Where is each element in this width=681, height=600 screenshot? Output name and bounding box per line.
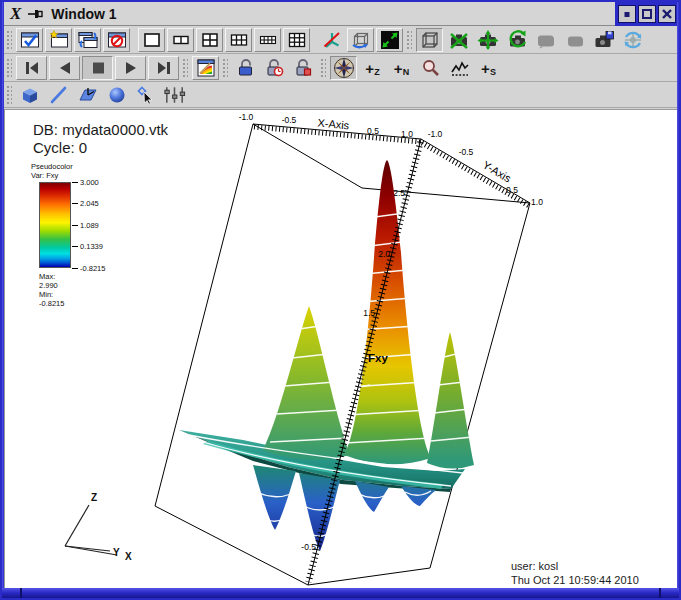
new-window-button[interactable]	[45, 28, 72, 52]
pseudocolor-plot[interactable]: -1.0 -0.5 0.5 1.0 X-Axis -1.0 -0.5 0.5 1…	[5, 110, 679, 590]
pick-zone-button[interactable]: +Z	[359, 56, 386, 80]
pick-spreadsheet-button[interactable]: +S	[475, 56, 502, 80]
layout-3x3-button[interactable]	[283, 28, 310, 52]
legend-tick: 0.1339	[80, 242, 103, 251]
navigate-3d-button[interactable]	[347, 28, 374, 52]
node-sub-label: N	[403, 68, 410, 77]
svg-text:1.5: 1.5	[363, 308, 375, 318]
legend-max: Max: 2.990	[39, 272, 73, 290]
y-axis-title: Y-Axis	[481, 159, 514, 185]
toolbar-grip[interactable]	[5, 84, 12, 106]
lock-view-button[interactable]	[232, 56, 259, 80]
plus-glyph: +	[481, 61, 490, 76]
camera-disabled-1	[532, 28, 559, 52]
layout-2x2-button[interactable]	[196, 28, 223, 52]
surface-plot	[179, 160, 474, 551]
recenter-view-button[interactable]	[619, 28, 646, 52]
toolbar-grip[interactable]	[5, 57, 12, 79]
plus-glyph: +	[394, 61, 403, 76]
render-viewport[interactable]: -1.0 -0.5 0.5 1.0 X-Axis -1.0 -0.5 0.5 1…	[4, 109, 679, 590]
plane-tool-button[interactable]	[74, 83, 101, 107]
svg-text:1.0: 1.0	[401, 129, 413, 139]
svg-text:-0.5: -0.5	[459, 147, 474, 157]
layout-1x2-button[interactable]	[167, 28, 194, 52]
close-button[interactable]	[658, 5, 676, 23]
right-resize-border[interactable]	[677, 2, 679, 588]
bottom-resize-border[interactable]	[2, 588, 679, 598]
legend-tick: 3.000	[80, 178, 99, 187]
stop-button[interactable]	[82, 56, 113, 80]
legend-variable: Var: Fxy	[31, 171, 73, 180]
x11-logo-icon: X	[10, 5, 21, 22]
delete-window-button[interactable]	[103, 28, 130, 52]
orientation-triad	[65, 505, 117, 555]
camera-reset-view-button[interactable]	[503, 28, 530, 52]
titlebar[interactable]: X Window 1	[2, 2, 679, 26]
next-step-button[interactable]	[148, 56, 179, 80]
toolbar-grip[interactable]	[405, 29, 412, 51]
svg-text:1.0: 1.0	[531, 197, 543, 207]
toolbar-grip[interactable]	[181, 57, 188, 79]
svg-text:Z: Z	[91, 492, 97, 503]
maximize-button[interactable]	[638, 5, 656, 23]
lineout-tool-button[interactable]	[446, 56, 473, 80]
svg-text:2.5: 2.5	[393, 188, 405, 198]
pick-node-button[interactable]: +N	[388, 56, 415, 80]
delete-plots-button[interactable]	[318, 28, 345, 52]
layout-2x4-button[interactable]	[254, 28, 281, 52]
camera-pan-view-button[interactable]	[474, 28, 501, 52]
svg-text:-1.0: -1.0	[428, 129, 443, 139]
wireframe-box-button[interactable]	[416, 28, 443, 52]
camera-save-view-button[interactable]	[590, 28, 617, 52]
camera-clear-view-button[interactable]	[445, 28, 472, 52]
play-forward-button[interactable]	[115, 56, 146, 80]
bounding-box	[155, 124, 530, 585]
open-gui-button[interactable]	[192, 56, 219, 80]
spreadsheet-sub-label: S	[490, 68, 496, 77]
extents-tool-button[interactable]	[161, 83, 188, 107]
lock-time-button[interactable]	[261, 56, 288, 80]
plus-glyph: +	[365, 61, 374, 76]
box-tool-button[interactable]	[16, 83, 43, 107]
legend-min: Min: -0.8215	[39, 290, 73, 308]
svg-text:-0.5: -0.5	[282, 115, 297, 125]
zoom-rubberband-button[interactable]	[376, 28, 403, 52]
database-annotation: DB: mydata0000.vtk Cycle: 0	[33, 121, 168, 157]
sphere-tool-button[interactable]	[103, 83, 130, 107]
prev-step-button[interactable]	[16, 56, 47, 80]
navigate-mode-button[interactable]	[330, 56, 357, 80]
user-label: user: kosl	[511, 559, 639, 573]
point-tool-button[interactable]	[132, 83, 159, 107]
toolbar-grip[interactable]	[221, 57, 228, 79]
svg-text:Y: Y	[113, 547, 120, 558]
svg-text:0.5: 0.5	[367, 126, 379, 136]
play-reverse-button[interactable]	[49, 56, 80, 80]
left-resize-border[interactable]	[2, 2, 4, 588]
layout-1x1-button[interactable]	[138, 28, 165, 52]
pushpin-icon[interactable]	[27, 7, 43, 21]
colorbar	[39, 182, 71, 268]
zone-sub-label: Z	[374, 68, 380, 77]
z-axis-title: Fxy	[368, 352, 388, 364]
zoom-tool-button[interactable]	[417, 56, 444, 80]
line-tool-button[interactable]	[45, 83, 72, 107]
active-window-button[interactable]	[16, 28, 43, 52]
camera-disabled-2	[561, 28, 588, 52]
svg-text:2.0: 2.0	[378, 249, 390, 259]
toolbar-grip[interactable]	[5, 29, 12, 51]
svg-text:X: X	[125, 551, 132, 562]
toolbar-tools	[2, 83, 679, 108]
clone-window-button[interactable]	[74, 28, 101, 52]
legend-tick: -0.8215	[80, 264, 105, 273]
cycle-label: Cycle: 0	[33, 139, 168, 157]
toolbar-grip[interactable]	[319, 57, 326, 79]
svg-text:-0.5: -0.5	[301, 542, 316, 552]
svg-text:0.5: 0.5	[506, 185, 518, 195]
layout-2x3-button[interactable]	[225, 28, 252, 52]
lock-tools-button[interactable]	[290, 56, 317, 80]
minimize-button[interactable]	[618, 5, 636, 23]
legend-tick: 2.045	[80, 199, 99, 208]
db-name: DB: mydata0000.vtk	[33, 121, 168, 139]
x-axis-title: X-Axis	[317, 117, 350, 132]
window-controls	[615, 2, 679, 26]
